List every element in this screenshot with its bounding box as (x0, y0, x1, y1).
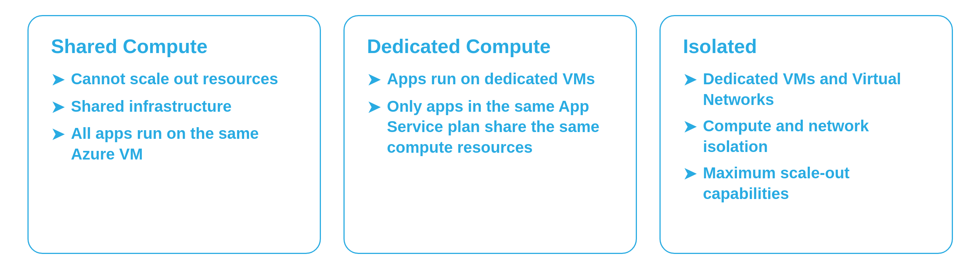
chevron-right-icon: ➤ (683, 70, 696, 90)
card-title-isolated: Isolated (683, 35, 929, 57)
list-item: ➤Compute and network isolation (683, 116, 929, 157)
list-item: ➤Apps run on dedicated VMs (367, 69, 613, 90)
list-item: ➤Maximum scale-out capabilities (683, 163, 929, 204)
list-item-text: Apps run on dedicated VMs (387, 69, 613, 89)
cards-container: Shared Compute➤Cannot scale out resource… (0, 0, 980, 269)
card-list-isolated: ➤Dedicated VMs and Virtual Networks➤Comp… (683, 69, 929, 204)
list-item-text: All apps run on the same Azure VM (71, 123, 297, 164)
list-item-text: Maximum scale-out capabilities (703, 163, 929, 204)
chevron-right-icon: ➤ (367, 70, 380, 90)
list-item: ➤All apps run on the same Azure VM (51, 123, 297, 164)
chevron-right-icon: ➤ (51, 124, 64, 145)
card-list-dedicated-compute: ➤Apps run on dedicated VMs➤Only apps in … (367, 69, 613, 158)
list-item-text: Shared infrastructure (71, 96, 297, 117)
list-item-text: Cannot scale out resources (71, 69, 297, 89)
list-item-text: Dedicated VMs and Virtual Networks (703, 69, 929, 110)
list-item: ➤Only apps in the same App Service plan … (367, 96, 613, 158)
card-shared-compute: Shared Compute➤Cannot scale out resource… (27, 15, 321, 254)
list-item: ➤Shared infrastructure (51, 96, 297, 118)
card-dedicated-compute: Dedicated Compute➤Apps run on dedicated … (344, 15, 637, 254)
chevron-right-icon: ➤ (51, 97, 64, 118)
list-item: ➤Cannot scale out resources (51, 69, 297, 90)
chevron-right-icon: ➤ (683, 117, 696, 137)
list-item-text: Only apps in the same App Service plan s… (387, 96, 613, 158)
card-title-shared-compute: Shared Compute (51, 35, 297, 57)
card-title-dedicated-compute: Dedicated Compute (367, 35, 613, 57)
chevron-right-icon: ➤ (367, 97, 380, 118)
list-item-text: Compute and network isolation (703, 116, 929, 157)
card-isolated: Isolated➤Dedicated VMs and Virtual Netwo… (659, 15, 953, 254)
list-item: ➤Dedicated VMs and Virtual Networks (683, 69, 929, 110)
card-list-shared-compute: ➤Cannot scale out resources➤Shared infra… (51, 69, 297, 164)
chevron-right-icon: ➤ (683, 164, 696, 185)
chevron-right-icon: ➤ (51, 70, 64, 90)
